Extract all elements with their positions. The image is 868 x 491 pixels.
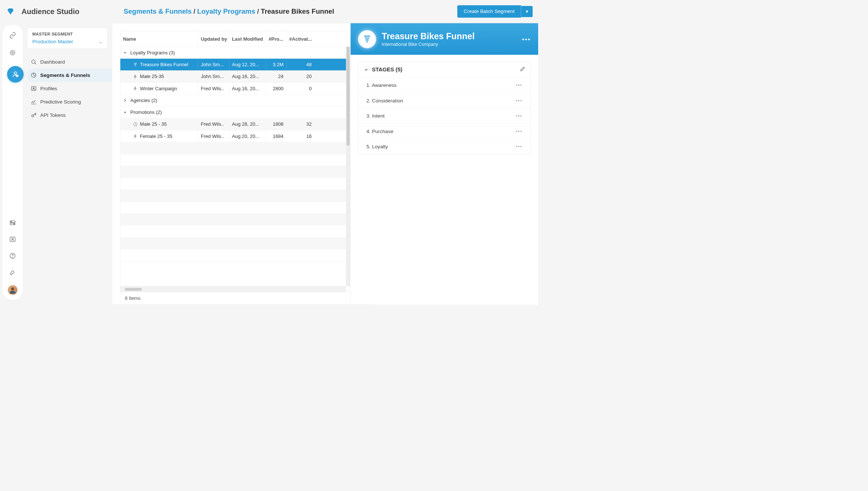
- group-title: Agencies (2): [130, 98, 157, 103]
- bolt-icon: [133, 86, 137, 91]
- stage-item[interactable]: 2. Consideration•••: [358, 93, 531, 108]
- detail-more-icon[interactable]: •••: [522, 35, 531, 43]
- empty-row: [120, 178, 350, 190]
- row-name: Winter Campaign: [140, 86, 177, 91]
- stage-more-icon[interactable]: •••: [516, 144, 522, 150]
- horizontal-scrollbar[interactable]: [120, 286, 346, 292]
- master-segment-label: MASTER SEGMENT: [32, 32, 102, 37]
- row-last-modified: Aug 28, 20...: [229, 118, 266, 130]
- stage-label: 5. Loyalty: [366, 144, 388, 150]
- table-group-row[interactable]: Loyalty Programs (3): [120, 47, 350, 58]
- sidebar-item-label: API Tokens: [40, 112, 66, 118]
- row-profiles: 1808: [266, 118, 287, 130]
- table-footer: 8 Items: [120, 292, 350, 304]
- sidebar-item-profiles[interactable]: Profiles: [27, 82, 108, 95]
- stage-label: 2. Consideration: [366, 98, 403, 104]
- stages-card: STAGES (5) 1. Awareness•••2. Considerati…: [358, 62, 531, 155]
- table-group-row[interactable]: Promotions (2): [120, 106, 350, 118]
- header-actions: Create Batch Segment ▼: [457, 5, 538, 17]
- content-area: Name Updated by Last Modified #Pro... #A…: [112, 23, 538, 304]
- breadcrumb-mid[interactable]: Loyalty Programs: [197, 7, 255, 15]
- svg-point-16: [33, 87, 34, 88]
- stage-item[interactable]: 1. Awareness•••: [358, 78, 531, 93]
- svg-point-0: [10, 50, 15, 55]
- breadcrumb-sep: /: [257, 7, 259, 15]
- stage-item[interactable]: 5. Loyalty•••: [358, 139, 531, 155]
- create-batch-segment-button[interactable]: Create Batch Segment: [457, 5, 521, 17]
- wrench-icon[interactable]: [8, 268, 17, 276]
- edit-icon[interactable]: [520, 67, 525, 73]
- funnel-icon: [358, 30, 376, 48]
- col-activations[interactable]: #Activat...: [287, 31, 315, 47]
- row-activations: 0: [287, 82, 315, 94]
- detail-title: Treasure Bikes Funnel: [382, 31, 517, 41]
- sidebar-item-predictive-scoring[interactable]: Predictive Scoring: [27, 95, 108, 108]
- svg-point-1: [12, 52, 14, 54]
- vertical-scrollbar[interactable]: [346, 47, 350, 286]
- stage-item[interactable]: 3. Intent•••: [358, 108, 531, 124]
- item-count: 8 Items: [125, 295, 141, 301]
- empty-row: [120, 202, 350, 214]
- empty-row: [120, 237, 350, 249]
- breadcrumb-root[interactable]: Segments & Funnels: [124, 7, 192, 15]
- link-icon[interactable]: [8, 31, 17, 39]
- sidebar-item-label: Profiles: [40, 85, 57, 91]
- stage-more-icon[interactable]: •••: [516, 82, 522, 88]
- audience-icon-active[interactable]: [8, 66, 17, 83]
- stage-more-icon[interactable]: •••: [516, 128, 522, 134]
- sidebar-item-label: Dashboard: [40, 59, 65, 65]
- group-title: Loyalty Programs (3): [130, 50, 175, 55]
- logo-area: Audience Studio: [0, 7, 110, 16]
- help-icon[interactable]: [8, 252, 17, 260]
- row-profiles: 3.2M: [266, 59, 287, 71]
- chevron-icon: [123, 110, 127, 114]
- svg-point-12: [11, 287, 14, 290]
- detail-subtitle: International Bike Company: [382, 42, 517, 47]
- gear-target-icon[interactable]: [8, 48, 17, 57]
- col-profiles[interactable]: #Pro...: [266, 31, 287, 47]
- create-batch-segment-dropdown[interactable]: ▼: [521, 6, 533, 17]
- stages-header[interactable]: STAGES (5): [358, 62, 531, 77]
- table-row[interactable]: Treasure Bikes FunnelJohn Sm...Aug 12, 2…: [120, 59, 350, 71]
- table-row[interactable]: Female 25 - 35Fred Wils..Aug 20, 20...16…: [120, 130, 350, 142]
- svg-point-2: [14, 72, 17, 74]
- toggle-icon[interactable]: [8, 219, 17, 227]
- table-row[interactable]: Winter CampaignFred Wils..Aug 16, 20...2…: [120, 82, 350, 94]
- svg-point-11: [13, 257, 13, 257]
- table-group-row[interactable]: Agencies (2): [120, 94, 350, 106]
- row-updated-by: John Sm...: [198, 59, 229, 71]
- bolt-icon: [133, 134, 137, 138]
- table-row[interactable]: Male 25-35John Sm...Aug 16, 20...2420: [120, 71, 350, 82]
- row-activations: 20: [287, 71, 315, 82]
- sidebar-item-segments-funnels[interactable]: Segments & Funnels: [27, 68, 112, 82]
- row-updated-by: John Sm...: [198, 71, 229, 82]
- sidebar-item-api-tokens[interactable]: API Tokens: [27, 108, 108, 122]
- stage-label: 3. Intent: [366, 113, 385, 119]
- stage-item[interactable]: 4. Purchase•••: [358, 123, 531, 139]
- chevron-down-icon: ⌄: [99, 39, 103, 44]
- row-profiles: 24: [266, 71, 287, 82]
- master-segment-selector[interactable]: MASTER SEGMENT Production Master ⌄: [27, 27, 108, 49]
- profile-card-icon[interactable]: [8, 235, 17, 243]
- breadcrumb-sep: /: [194, 7, 195, 15]
- stage-more-icon[interactable]: •••: [516, 98, 522, 104]
- group-title: Promotions (2): [130, 109, 162, 115]
- table-row[interactable]: Male 25 - 35Fred Wils..Aug 28, 20...1808…: [120, 118, 350, 130]
- svg-point-17: [32, 115, 34, 117]
- user-avatar[interactable]: [7, 285, 18, 295]
- col-last-modified[interactable]: Last Modified: [229, 31, 266, 47]
- row-name: Treasure Bikes Funnel: [140, 62, 188, 67]
- col-updated-by[interactable]: Updated by: [198, 31, 229, 47]
- diamond-logo-icon: [6, 7, 14, 16]
- chevron-icon: [123, 98, 127, 102]
- clock-icon: [133, 122, 137, 126]
- empty-row: [120, 190, 350, 202]
- row-name: Female 25 - 35: [140, 133, 172, 139]
- sidebar-nav: Dashboard Segments & Funnels Profiles Pr…: [27, 55, 108, 122]
- stages-title: STAGES (5): [372, 67, 402, 73]
- stage-label: 1. Awareness: [366, 82, 397, 88]
- sidebar-item-dashboard[interactable]: Dashboard: [27, 55, 108, 68]
- col-name[interactable]: Name: [120, 31, 198, 47]
- stage-more-icon[interactable]: •••: [516, 113, 522, 119]
- stage-label: 4. Purchase: [366, 128, 393, 134]
